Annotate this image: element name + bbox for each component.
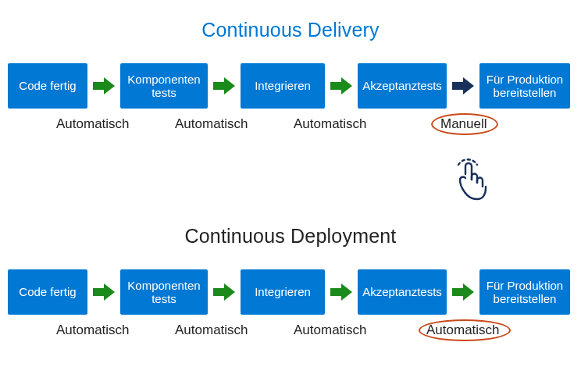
pipeline-row-delivery: Code fertig Komponenten tests Integriere…	[0, 63, 581, 109]
label-auto: Automatisch	[175, 323, 248, 338]
label-auto: Automatisch	[56, 323, 130, 338]
label-auto: Automatisch	[426, 323, 500, 338]
arrow-manual-icon	[447, 76, 479, 96]
step-integrieren: Integrieren	[241, 269, 325, 315]
step-produktion: Für Produktion bereitstellen	[479, 269, 570, 315]
arrow-labels-delivery: Automatisch Automatisch Automatisch Manu…	[0, 116, 581, 137]
label-auto: Automatisch	[56, 116, 130, 132]
step-akzeptanztests: Akzeptanztests	[358, 269, 447, 315]
label-auto: Automatisch	[175, 116, 248, 132]
section-continuous-delivery: Continuous Delivery Code fertig Komponen…	[0, 19, 581, 137]
section-continuous-deployment: Continuous Deployment Code fertig Kompon…	[0, 225, 581, 343]
pipeline-row-deployment: Code fertig Komponenten tests Integriere…	[0, 269, 581, 315]
hand-tap-icon	[448, 158, 487, 206]
label-manuell: Manuell	[440, 116, 487, 132]
label-auto: Automatisch	[294, 323, 367, 338]
step-code-fertig: Code fertig	[8, 269, 87, 315]
step-komponententests: Komponenten tests	[120, 269, 208, 315]
step-komponententests: Komponenten tests	[120, 63, 208, 109]
title-delivery: Continuous Delivery	[0, 19, 581, 41]
arrow-auto-icon	[87, 282, 120, 302]
arrow-auto-icon	[208, 282, 241, 302]
title-deployment: Continuous Deployment	[0, 225, 581, 248]
step-integrieren: Integrieren	[241, 63, 325, 109]
arrow-labels-deployment: Automatisch Automatisch Automatisch Auto…	[0, 323, 581, 343]
arrow-auto-icon	[325, 282, 358, 302]
arrow-auto-icon	[208, 76, 241, 96]
step-code-fertig: Code fertig	[8, 63, 87, 109]
label-auto: Automatisch	[294, 116, 367, 132]
arrow-auto-icon	[87, 76, 120, 96]
arrow-auto-icon	[447, 282, 479, 302]
step-akzeptanztests: Akzeptanztests	[358, 63, 447, 109]
step-produktion: Für Produktion bereitstellen	[479, 63, 570, 109]
arrow-auto-icon	[325, 76, 358, 96]
